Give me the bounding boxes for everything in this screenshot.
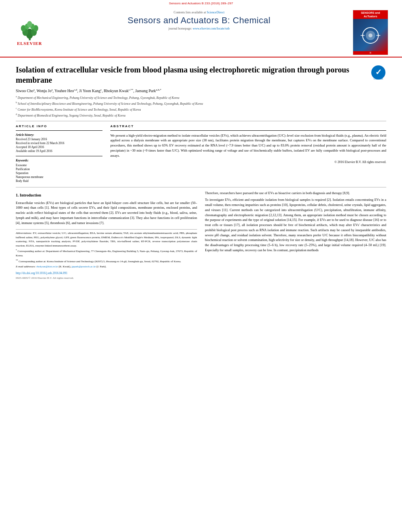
accepted-date: Accepted 18 April 2016	[16, 145, 102, 149]
intro-paragraph-1: Extracellular vesicles (EVs) are biologi…	[16, 200, 197, 226]
svg-text:CrossMark: CrossMark	[374, 78, 383, 80]
sensors-logo-bottom: B	[353, 51, 388, 55]
sciencedirect-text: ScienceDirect	[207, 11, 225, 14]
issn-line: 0925-4005/© 2016 Elsevier B.V. All right…	[16, 276, 197, 280]
keyword-5: Body fluid	[16, 179, 102, 183]
affiliations: a Department of Mechanical Engineering, …	[16, 95, 386, 117]
svg-point-11	[368, 33, 372, 37]
sensors-logo-box: SENSORS andAcTuators B	[353, 10, 388, 55]
received-revised-date: Received in revised form 22 March 2016	[16, 141, 102, 145]
abstract-copyright: © 2016 Elsevier B.V. All rights reserved…	[110, 160, 386, 164]
sciencedirect-link: Contents lists available at ScienceDirec…	[174, 11, 225, 14]
footnote-abbreviations: Abbreviations: EV, extracellular vesicle…	[16, 231, 197, 248]
doi-link[interactable]: http://dx.doi.org/10.1016/j.snb.2016.04.…	[16, 271, 67, 275]
footnote-email: E-mail addresses: rhokyun@kist.re.kr (R.…	[16, 265, 197, 269]
email-park: jppark@postech.ac.kr	[72, 265, 96, 268]
keyword-3: Separation	[16, 171, 102, 175]
article-title-section: Isolation of extracellular vesicle from …	[16, 61, 386, 85]
body-content: 1. Introduction Extracellular vesicles (…	[16, 191, 386, 280]
article-info-column: ARTICLE INFO Article history: Received 2…	[16, 124, 102, 183]
footnotes: Abbreviations: EV, extracellular vesicle…	[16, 229, 197, 280]
abstract-column: ABSTRACT We present a high-yield electro…	[110, 124, 386, 183]
body-col-right: Therefore, researchers have pursued the …	[205, 191, 386, 280]
journal-logo-right: SENSORS andAcTuators B	[351, 8, 390, 57]
header-divider	[16, 121, 386, 121]
section1-heading: Introduction	[20, 193, 41, 197]
article-title: Isolation of extracellular vesicle from …	[16, 65, 367, 85]
abstract-divider	[110, 130, 386, 131]
elsevier-tree-icon	[19, 19, 41, 41]
affiliation-b: b School of Interdisciplinary Bioscience…	[16, 101, 386, 106]
crossmark-badge[interactable]: ✓ CrossMark	[370, 65, 386, 80]
sensors-logo-image	[353, 19, 388, 51]
section1-title: 1. Introduction	[16, 192, 197, 198]
journal-homepage: journal homepage: www.elsevier.com/locat…	[168, 27, 229, 30]
authors-line: Siwoo Choa, Wonju Joa, Youhee Heoc,d, Ji…	[16, 88, 386, 93]
svg-point-8	[27, 21, 32, 28]
keywords-section: Keywords: Exosome Purification Separatio…	[16, 159, 102, 183]
intro-paragraph-3: To investigate EVs, efficient and repeat…	[205, 197, 386, 252]
main-content: Isolation of extracellular vesicle from …	[0, 57, 402, 284]
elsevier-brand-text: ELSEVIER	[17, 41, 42, 46]
journal-center: Contents lists available at ScienceDirec…	[47, 8, 351, 57]
affiliation-d: d Department of Biomedical Engineering, …	[16, 113, 386, 118]
body-divider	[16, 187, 386, 187]
keywords-divider	[16, 156, 102, 156]
received-date: Received 23 January 2016	[16, 137, 102, 141]
body-col-left: 1. Introduction Extracellular vesicles (…	[16, 191, 197, 280]
svg-text:✓: ✓	[375, 68, 382, 76]
article-info-divider	[16, 130, 102, 131]
article-info-header: ARTICLE INFO	[16, 124, 102, 128]
abstract-header: ABSTRACT	[110, 124, 386, 128]
homepage-label: journal homepage:	[168, 27, 192, 30]
journal-title: Sensors and Actuators B: Chemical	[128, 15, 271, 26]
keyword-2: Purification	[16, 167, 102, 171]
doi-section: http://dx.doi.org/10.1016/j.snb.2016.04.…	[16, 271, 197, 280]
keyword-1: Exosome	[16, 163, 102, 167]
affiliation-c: c Center for BioMicrosystems, Korea Inst…	[16, 107, 386, 112]
abstract-text: We present a high-yield electro-migratio…	[110, 133, 386, 158]
footnote-corresponding1: * Corresponding author at: Department of…	[16, 248, 197, 258]
contents-label: Contents lists available at	[174, 11, 206, 14]
available-online-date: Available online 19 April 2016	[16, 149, 102, 153]
footnote-corresponding2: ** Corresponding author at: Korea Instit…	[16, 259, 197, 264]
journal-header: ELSEVIER Contents lists available at Sci…	[0, 6, 402, 57]
keywords-label: Keywords:	[16, 159, 102, 162]
page: Sensors and Actuators B 233 (2016) 289–2…	[0, 0, 402, 532]
affiliation-a: a Department of Mechanical Engineering, …	[16, 95, 386, 100]
crossmark-icon: ✓ CrossMark	[370, 65, 386, 80]
email-kwak: rhokyun@kist.re.kr	[36, 265, 58, 268]
intro-paragraph-2: Therefore, researchers have pursued the …	[205, 191, 386, 196]
history-label: Article history:	[16, 133, 102, 137]
sensors-logo-graphic	[357, 24, 384, 46]
article-info-abstract: ARTICLE INFO Article history: Received 2…	[16, 124, 386, 183]
elsevier-logo: ELSEVIER	[12, 8, 47, 57]
citation-text: Sensors and Actuators B 233 (2016) 289–2…	[169, 2, 233, 5]
citation-line: Sensors and Actuators B 233 (2016) 289–2…	[0, 0, 402, 6]
section1-number: 1.	[16, 193, 19, 197]
article-history: Article history: Received 23 January 201…	[16, 133, 102, 153]
sensors-logo-top: SENSORS andAcTuators	[353, 10, 388, 19]
keyword-4: Nanoporous membrane	[16, 175, 102, 179]
homepage-url: www.elsevier.com/locate/snb	[193, 27, 230, 30]
